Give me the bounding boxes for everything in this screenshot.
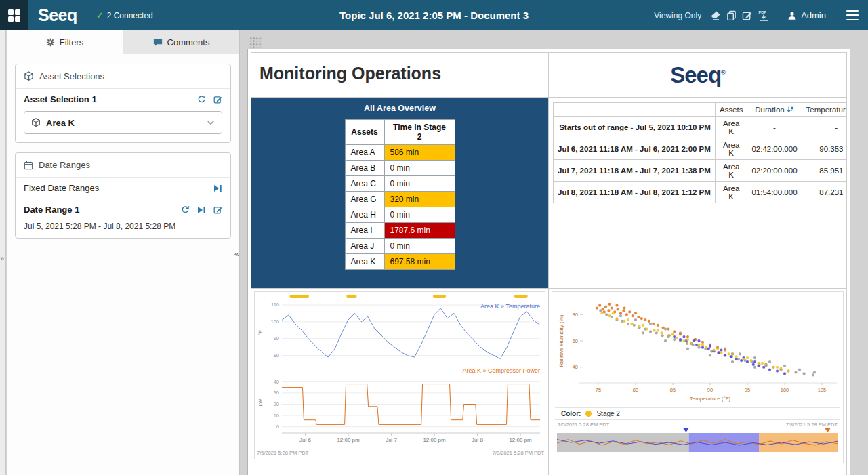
seeq-logo[interactable]: Seeq [38,5,77,25]
topic-sidebar: Filters Comments Asset Selections Asset … [7,30,240,475]
stage2-color-dot [585,411,592,417]
drag-handle-icon[interactable] [249,37,262,49]
svg-text:10: 10 [274,413,279,419]
edit-icon[interactable] [213,205,222,214]
trend-chart[interactable]: 8090100110010203040°FkWArea K » Temperat… [254,291,545,459]
chevron-down-icon [207,120,215,125]
area-overview-table: Assets Time in Stage 2 Area A586 minArea… [345,119,455,270]
collapsed-panel-strip[interactable]: » [0,30,6,475]
pdf-export-icon[interactable]: PDF [755,9,772,22]
svg-text:75: 75 [596,387,601,393]
scatter-legend: Color: Stage 2 [555,407,840,420]
edit-icon[interactable] [213,95,222,104]
overview-row: Area I1787.6 min [345,223,455,239]
area-overview-header: All Area Overview [251,104,548,113]
svg-text:100: 100 [781,387,789,393]
asset-selections-panel: Asset Selections Asset Selection 1 Area … [15,64,231,143]
tab-filters[interactable]: Filters [7,30,123,54]
condition-row: Starts out of range - Jul 5, 2021 10:10 … [554,117,847,138]
grid-icon [8,9,20,22]
selected-asset-label: Area K [46,118,75,128]
svg-text:0: 0 [276,424,279,430]
copy-icon[interactable] [724,10,739,20]
overview-value-cell: 1787.6 min [384,223,455,239]
hamburger-menu-button[interactable] [837,0,868,30]
scatter-chart[interactable]: 7580859095100105406080Temperature (°F)Re… [552,291,844,463]
date-range-value: Jul 5, 2021 5:28 PM - Jul 8, 2021 5:28 P… [16,220,230,238]
tab-comments[interactable]: Comments [123,30,239,54]
user-menu-button[interactable]: Admin [772,0,837,30]
overview-value-cell: 0 min [384,239,455,254]
condition-col-header [554,103,716,117]
condition-value-cell: - [802,117,846,138]
date-ranges-title: Date Ranges [39,160,90,170]
user-icon [787,11,797,20]
legend-stage2-label: Stage 2 [596,410,619,417]
area-overview-cell: All Area Overview Assets Time in Stage 2… [251,98,549,289]
overview-asset-cell: Area A [345,145,384,161]
overview-value-cell: 586 min [384,145,455,161]
eraser-icon[interactable] [707,10,724,21]
overview-asset-cell: Area B [345,161,384,176]
check-icon: ✓ [96,10,104,20]
step-forward-icon[interactable] [197,206,206,214]
refresh-icon[interactable] [181,205,190,214]
sidebar-tabs: Filters Comments [7,30,239,54]
svg-text:95: 95 [745,387,750,393]
trend-chart-cell: 8090100110010203040°FkWArea K » Temperat… [251,289,549,463]
svg-text:20: 20 [274,401,279,407]
svg-text:Jul 8: Jul 8 [472,437,483,443]
topic-document-title: Topic Jul 6, 2021 2:05 PM - Document 3 [339,9,529,21]
asset-selection-dropdown[interactable]: Area K [24,111,222,134]
overview-row: Area C0 min [345,176,455,192]
expand-panel-icon[interactable]: » [0,254,4,262]
svg-text:°F: °F [257,330,264,335]
overview-value-cell: 0 min [384,207,455,223]
condition-value-cell: - [747,117,802,138]
empty-cell [251,463,549,475]
overview-value-cell: 697.58 min [384,254,455,270]
overview-row: Area K697.58 min [345,254,455,270]
connection-status[interactable]: ✓ 2 Connected [96,10,153,20]
tab-comments-label: Comments [167,37,210,47]
step-forward-icon[interactable] [213,184,222,192]
svg-text:12:00 pm: 12:00 pm [509,437,532,443]
viewing-only-label: Viewing Only [654,11,701,20]
svg-text:85: 85 [670,387,676,393]
legend-color-label: Color: [561,410,581,417]
svg-text:PDF: PDF [759,10,767,14]
overview-col-time: Time in Stage 2 [384,120,455,145]
svg-text:90: 90 [274,335,279,342]
scatter-plot-svg: 7580859095100105406080Temperature (°F)Re… [552,292,844,406]
overview-col-assets: Assets [345,120,384,145]
sort-icon[interactable] [787,106,794,113]
user-name-label: Admin [801,10,826,20]
svg-text:Area K » Temperature: Area K » Temperature [480,303,540,310]
condition-table: AssetsDurationTemperature Max Starts out… [553,102,846,203]
condition-row: Jul 6, 2021 11:18 AM - Jul 6, 2021 2:00 … [554,138,847,160]
svg-text:60: 60 [573,338,578,344]
seeq-document-logo: Seeq® [670,62,725,88]
gear-icon [46,38,55,47]
overview-row: Area G320 min [345,192,455,207]
comment-icon [153,38,163,47]
connection-status-label: 2 Connected [107,11,153,20]
strip-timestamps: 7/5/2021 5:28 PM PDT 7/8/2021 5:28 PM PD… [552,420,843,428]
top-navigation-bar: Seeq ✓ 2 Connected Topic Jul 6, 2021 2:0… [0,0,868,30]
range-strip-svg[interactable] [557,428,838,453]
svg-text:105: 105 [818,387,827,393]
refresh-icon[interactable] [197,95,206,104]
svg-text:Relative Humidity (%): Relative Humidity (%) [558,314,564,367]
document-area: Monitoring Operations Seeq® All Area Ove… [241,30,868,475]
condition-row: Jul 8, 2021 11:18 AM - Jul 8, 2021 1:12 … [554,182,847,203]
app-launcher-button[interactable] [0,0,28,30]
collapse-sidebar-icon[interactable]: « [234,249,239,259]
condition-col-header: Assets [715,103,747,117]
condition-value-cell: 02:42:00.000 [747,138,802,160]
condition-col-duration[interactable]: Duration [747,103,802,117]
overview-value-cell: 0 min [384,176,455,192]
cube-icon [31,118,41,127]
edit-document-icon[interactable] [739,10,755,20]
overview-asset-cell: Area J [345,239,384,254]
overview-asset-cell: Area K [345,254,384,270]
